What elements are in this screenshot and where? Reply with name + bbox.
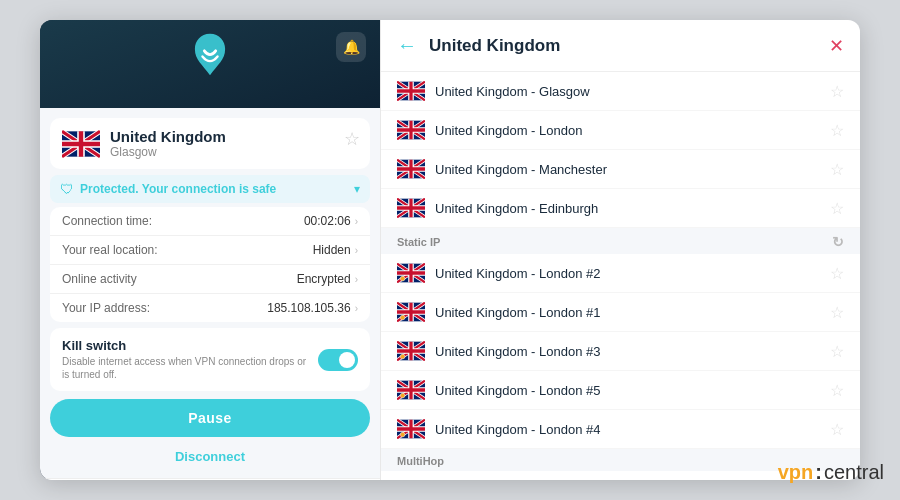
favorite-star[interactable]: ☆ (830, 303, 844, 322)
flag-icon (397, 81, 425, 101)
list-item[interactable]: United Kingdom - London #1 ☆ (381, 293, 860, 332)
left-body: United Kingdom Glasgow ☆ 🛡 Protected. Yo… (40, 108, 380, 480)
right-panel: ← United Kingdom ✕ United Kingdom - Glas… (380, 20, 860, 480)
bell-button[interactable]: 🔔 (336, 32, 366, 62)
country-flag (62, 130, 100, 158)
list-item[interactable]: United Kingdom - London #4 ☆ (381, 410, 860, 449)
flag-icon (397, 159, 425, 179)
favorite-star[interactable]: ☆ (830, 199, 844, 218)
killswitch-description: Disable internet access when VPN connect… (62, 355, 310, 381)
stat-value-ip-address: 185.108.105.36 (267, 301, 350, 315)
svg-point-10 (400, 354, 405, 359)
stat-label-ip-address: Your IP address: (62, 301, 150, 315)
svg-point-14 (400, 432, 405, 437)
location-name: United Kingdom - London #5 (435, 383, 820, 398)
killswitch-title: Kill switch (62, 338, 310, 353)
chevron-right-icon: › (355, 216, 358, 227)
location-name: United Kingdom - London #4 (435, 422, 820, 437)
watermark-central: central (824, 461, 884, 484)
connection-country: United Kingdom (110, 128, 358, 145)
list-item[interactable]: United Kingdom - London #5 ☆ (381, 371, 860, 410)
app-container: 🔔 United Kingdom Glasgow (40, 20, 860, 480)
multihop-label: MultiHop (397, 455, 444, 467)
list-item[interactable]: United Kingdom - Manchester ☆ (381, 150, 860, 189)
favorite-star[interactable]: ☆ (830, 264, 844, 283)
static-ip-header: Static IP ↻ (381, 228, 860, 254)
connection-city: Glasgow (110, 145, 358, 159)
stat-label-real-location: Your real location: (62, 243, 158, 257)
list-item[interactable]: United Kingdom - London #3 ☆ (381, 332, 860, 371)
flag-icon (397, 302, 425, 322)
chevron-right-icon-2: › (355, 245, 358, 256)
connection-info: United Kingdom Glasgow (110, 128, 358, 159)
list-item[interactable]: United Kingdom - Glasgow ☆ (381, 72, 860, 111)
stats-section: Connection time: 00:02:06 › Your real lo… (50, 207, 370, 322)
disconnect-button[interactable]: Disconnect (50, 441, 370, 472)
favorite-button[interactable]: ☆ (344, 128, 360, 150)
static-ip-icon: ↻ (832, 234, 844, 250)
back-button[interactable]: ← (397, 34, 417, 57)
stat-label-connection-time: Connection time: (62, 214, 152, 228)
location-name: United Kingdom - Edinburgh (435, 201, 820, 216)
favorite-star[interactable]: ☆ (830, 342, 844, 361)
flag-icon (397, 341, 425, 361)
favorite-star[interactable]: ☆ (830, 82, 844, 101)
location-name: United Kingdom - London #2 (435, 266, 820, 281)
location-name: United Kingdom - London #3 (435, 344, 820, 359)
list-item[interactable]: United Kingdom - Edinburgh ☆ (381, 189, 860, 228)
stat-row-real-location[interactable]: Your real location: Hidden › (50, 236, 370, 265)
svg-point-8 (400, 315, 405, 320)
surfshark-logo (184, 30, 236, 98)
app-header: 🔔 (40, 20, 380, 108)
flag-icon (397, 380, 425, 400)
svg-point-12 (400, 393, 405, 398)
killswitch-text: Kill switch Disable internet access when… (62, 338, 310, 381)
flag-icon (397, 198, 425, 218)
flag-icon (397, 263, 425, 283)
list-item[interactable]: United Kingdom - London #2 ☆ (381, 254, 860, 293)
static-ip-label: Static IP (397, 236, 440, 248)
stat-row-ip-address[interactable]: Your IP address: 185.108.105.36 › (50, 294, 370, 322)
stat-value-online-activity: Encrypted (297, 272, 351, 286)
stat-value-real-location: Hidden (313, 243, 351, 257)
location-name: United Kingdom - Glasgow (435, 84, 820, 99)
killswitch-section: Kill switch Disable internet access when… (50, 328, 370, 391)
favorite-star[interactable]: ☆ (830, 121, 844, 140)
location-list: United Kingdom - Glasgow ☆ United Kingdo… (381, 72, 860, 480)
stat-value-connection-time: 00:02:06 (304, 214, 351, 228)
favorite-star[interactable]: ☆ (830, 160, 844, 179)
right-header: ← United Kingdom ✕ (381, 20, 860, 72)
killswitch-toggle[interactable] (318, 349, 358, 371)
chevron-right-icon-4: › (355, 303, 358, 314)
pause-button[interactable]: Pause (50, 399, 370, 437)
close-button[interactable]: ✕ (829, 35, 844, 57)
location-name: United Kingdom - London (435, 123, 820, 138)
stat-row-connection-time[interactable]: Connection time: 00:02:06 › (50, 207, 370, 236)
right-panel-title: United Kingdom (429, 36, 817, 56)
stat-label-online-activity: Online activity (62, 272, 137, 286)
chevron-right-icon-3: › (355, 274, 358, 285)
bottom-nav: 🛡 VPN 🌐 Locations 🛡 One ⚙ Settings (40, 478, 380, 480)
list-item[interactable]: United Kingdom - London ☆ (381, 111, 860, 150)
watermark-vpn: vpn (778, 461, 814, 484)
location-name: United Kingdom - Manchester (435, 162, 820, 177)
status-text: Protected. Your connection is safe (80, 182, 276, 196)
flag-icon (397, 419, 425, 439)
svg-point-6 (400, 276, 405, 281)
status-left: 🛡 Protected. Your connection is safe (60, 181, 276, 197)
watermark: vpn : central (778, 461, 884, 484)
favorite-star[interactable]: ☆ (830, 381, 844, 400)
stat-row-online-activity[interactable]: Online activity Encrypted › (50, 265, 370, 294)
chevron-down-icon: ▾ (354, 182, 360, 196)
status-bar: 🛡 Protected. Your connection is safe ▾ (50, 175, 370, 203)
left-panel: 🔔 United Kingdom Glasgow (40, 20, 380, 480)
connection-card: United Kingdom Glasgow ☆ (50, 118, 370, 169)
favorite-star[interactable]: ☆ (830, 420, 844, 439)
bell-icon: 🔔 (343, 39, 360, 55)
watermark-dot: : (815, 461, 822, 484)
flag-icon (397, 120, 425, 140)
location-name: United Kingdom - London #1 (435, 305, 820, 320)
shield-icon: 🛡 (60, 181, 74, 197)
